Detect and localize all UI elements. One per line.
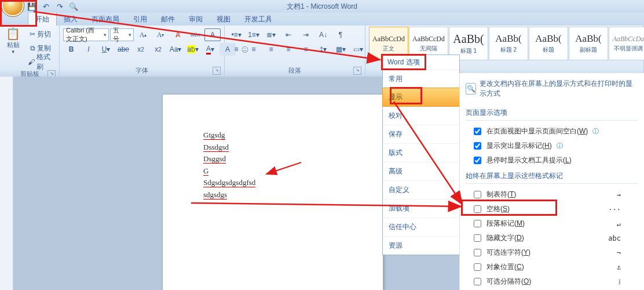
distribute-button[interactable]: ≡ [298, 43, 314, 56]
options-category[interactable]: 加载项 [383, 199, 459, 217]
numbering-button[interactable]: 1≡▾ [246, 28, 262, 41]
justify-button[interactable]: ≡ [280, 43, 297, 56]
option-checkbox-row[interactable]: 空格(S)··· [466, 202, 638, 216]
text-line[interactable]: Dsggsd [203, 153, 371, 165]
char-border-button[interactable]: A [204, 28, 221, 41]
tab-引用[interactable]: 引用 [126, 13, 154, 26]
indent-left-button[interactable]: ⇤ [280, 28, 297, 41]
options-category[interactable]: 常用 [383, 70, 459, 88]
style-item[interactable]: AaBb(副标题 [569, 27, 608, 60]
options-category[interactable]: 信任中心 [383, 217, 459, 236]
shrink-font-button[interactable]: A▾ [152, 28, 169, 41]
tab-页面布局[interactable]: 页面布局 [85, 13, 126, 26]
dialog-launcher-icon[interactable]: ↘ [353, 67, 361, 75]
subscript-button[interactable]: x2 [133, 43, 149, 56]
line-spacing-button[interactable]: ‡▾ [315, 43, 331, 56]
shading-button[interactable]: ▦▾ [332, 43, 349, 56]
superscript-button[interactable]: x2 [150, 43, 166, 56]
magnifier-icon: 🔍 [466, 83, 476, 95]
highlight-button[interactable]: ab▾ [185, 43, 201, 56]
text-line[interactable]: Gtgsdg [203, 129, 371, 142]
style-item[interactable]: AaBb(标题 2 [489, 27, 528, 60]
clear-format-button[interactable]: A̷ [170, 28, 186, 41]
align-left-button[interactable]: ≡ [228, 43, 244, 56]
word-options-header: Word 选项 [383, 55, 459, 70]
font-size-select[interactable]: 五号 [110, 28, 134, 41]
option-checkbox-row[interactable]: 对象位置(C)⚓ [466, 260, 638, 274]
bullets-button[interactable]: •≡▾ [228, 28, 244, 41]
ribbon: 📋 粘贴 ▼ ✂ 剪切 ⧉ 复制 🖌 格式刷 剪贴板↘ Calibri (西文正… [0, 26, 644, 77]
indent-right-button[interactable]: ⇥ [298, 28, 314, 41]
format-symbol: → [617, 191, 621, 199]
align-center-button[interactable]: ≡ [246, 43, 262, 56]
option-checkbox-row[interactable]: 段落标记(M)↵ [466, 216, 638, 231]
font-color-button[interactable]: A▾ [202, 43, 218, 56]
style-item[interactable]: AaBbCcDa不明显强调 [609, 27, 644, 60]
page[interactable]: GtgsdgDssdgsdDsggsdGSdgsdgsdgsdgfsdsdgsd… [162, 94, 383, 290]
options-category[interactable]: 显示 [382, 88, 460, 107]
group-paragraph: •≡▾ 1≡▾ ≣▾ ⇤ ⇥ A↓ ¶ ≡ ≡ ≡ ≡ ≡ ‡▾ ▦▾ ▭▾ [225, 26, 365, 77]
checkbox[interactable] [474, 249, 481, 256]
dialog-launcher-icon[interactable]: ↘ [213, 67, 221, 75]
options-category[interactable]: 保存 [383, 125, 459, 143]
style-item[interactable]: AaBb(标题 [529, 27, 568, 60]
font-name-select[interactable]: Calibri (西文正文) [63, 28, 109, 41]
checkbox[interactable] [474, 220, 481, 227]
copy-icon: ⧉ [30, 44, 35, 52]
align-right-button[interactable]: ≡ [263, 43, 279, 56]
checkbox[interactable] [474, 278, 481, 285]
info-icon: ⓘ [592, 127, 599, 136]
show-marks-button[interactable]: ¶ [332, 28, 349, 41]
option-checkbox-row[interactable]: 制表符(T)→ [466, 187, 638, 202]
options-category[interactable]: 资源 [383, 236, 459, 255]
text-line[interactable]: sdgsdgs [203, 189, 371, 201]
checkbox[interactable] [474, 205, 481, 213]
option-checkbox-row[interactable]: 显示突出显示标记(H)ⓘ [466, 139, 638, 153]
paste-label: 粘贴 [7, 41, 20, 49]
tab-开始[interactable]: 开始 [28, 12, 57, 26]
vertical-ruler [0, 77, 13, 290]
tab-开发工具[interactable]: 开发工具 [237, 13, 279, 26]
checkbox[interactable] [474, 191, 481, 198]
cut-button[interactable]: ✂ 剪切 [25, 28, 56, 41]
italic-button[interactable]: I [80, 43, 97, 56]
format-symbol: abc [608, 234, 621, 242]
brush-icon: 🖌 [28, 58, 35, 66]
tab-邮件[interactable]: 邮件 [154, 13, 182, 26]
borders-button[interactable]: ▭▾ [350, 43, 366, 56]
tab-审阅[interactable]: 审阅 [182, 13, 210, 26]
text-line[interactable]: Sdgsdgsdgsdgfsd [203, 177, 371, 189]
checkbox[interactable] [474, 157, 481, 164]
text-line[interactable]: G [203, 165, 371, 177]
checkbox[interactable] [474, 234, 481, 242]
option-checkbox-row[interactable]: 在页面视图中显示页面间空白(W)ⓘ [466, 124, 638, 139]
text-line[interactable]: Dssdgsd [203, 142, 371, 154]
checkbox[interactable] [474, 263, 481, 271]
tab-插入[interactable]: 插入 [57, 13, 85, 26]
group-label: 字体↘ [63, 65, 221, 77]
option-checkbox-row[interactable]: 可选连字符(Y)¬ [466, 245, 638, 260]
tab-视图[interactable]: 视图 [210, 13, 237, 26]
options-category[interactable]: 版式 [383, 143, 459, 162]
format-symbol: ⚓ [617, 263, 621, 271]
phonetic-button[interactable]: wén [187, 28, 203, 41]
change-case-button[interactable]: Aa▾ [167, 43, 184, 56]
grow-font-button[interactable]: A▴ [135, 28, 151, 41]
options-category[interactable]: 自定义 [383, 180, 459, 199]
format-painter-button[interactable]: 🖌 格式刷 [25, 56, 56, 68]
options-category[interactable]: 高级 [383, 162, 459, 180]
word-options-panel: 🔍 更改文档内容在屏幕上的显示方式和在打印时的显示方式 页面显示选项 在页面视图… [459, 73, 644, 290]
checkbox[interactable] [474, 128, 481, 135]
paste-button[interactable]: 📋 粘贴 ▼ [3, 27, 23, 55]
bold-button[interactable]: B [63, 43, 79, 56]
options-category[interactable]: 校对 [383, 106, 459, 125]
sort-button[interactable]: A↓ [315, 28, 331, 41]
multilevel-button[interactable]: ≣▾ [263, 28, 279, 41]
strike-button[interactable]: abe [115, 43, 131, 56]
option-checkbox-row[interactable]: 悬停时显示文档工具提示(L) [466, 153, 638, 168]
checkbox[interactable] [474, 142, 481, 150]
underline-button[interactable]: U▾ [98, 43, 114, 56]
option-checkbox-row[interactable]: 可选分隔符(O)⁞ [466, 274, 638, 289]
option-checkbox-row[interactable]: 隐藏文字(D)abc [466, 231, 638, 245]
paste-icon: 📋 [6, 27, 20, 41]
